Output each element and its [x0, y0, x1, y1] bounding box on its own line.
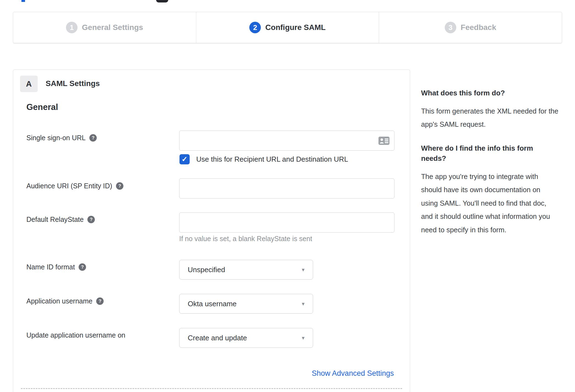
chevron-down-icon: ▾ — [302, 335, 305, 341]
update-username-select[interactable]: Create and update ▾ — [179, 328, 313, 348]
relaystate-input-wrap — [179, 212, 394, 233]
step-configure-saml[interactable]: 2 Configure SAML — [196, 12, 379, 43]
app-username-label: Application username ? — [26, 297, 104, 305]
relaystate-label: Default RelayState ? — [26, 216, 95, 223]
recipient-url-checkbox-row: ✓ Use this for Recipient URL and Destina… — [179, 154, 348, 164]
step-2-circle: 2 — [249, 22, 261, 33]
audience-uri-label: Audience URI (SP Entity ID) ? — [26, 182, 123, 190]
saml-settings-panel: A SAML Settings General Single sign-on U… — [13, 70, 410, 392]
relaystate-input[interactable] — [179, 213, 394, 232]
chevron-down-icon: ▾ — [302, 300, 305, 307]
audience-uri-label-text: Audience URI (SP Entity ID) — [26, 182, 112, 190]
name-id-format-help-icon[interactable]: ? — [79, 263, 86, 271]
help-answer-1: This form generates the XML needed for t… — [421, 104, 559, 131]
audience-uri-input[interactable] — [179, 179, 394, 198]
wizard-stepper: 1 General Settings 2 Configure SAML 3 Fe… — [13, 12, 562, 43]
chevron-down-icon: ▾ — [302, 266, 305, 273]
step-feedback[interactable]: 3 Feedback — [379, 12, 562, 43]
relaystate-label-text: Default RelayState — [26, 216, 84, 223]
update-username-label: Update application username on — [26, 331, 125, 339]
app-username-help-icon[interactable]: ? — [96, 297, 104, 305]
relaystate-hint: If no value is set, a blank RelayState i… — [179, 235, 312, 243]
help-question-1: What does this form do? — [421, 88, 559, 98]
recipient-url-checkbox[interactable]: ✓ — [179, 154, 190, 164]
help-sidebar: What does this form do? This form genera… — [421, 88, 559, 249]
sso-url-help-icon[interactable]: ? — [89, 134, 97, 142]
recipient-url-checkbox-label: Use this for Recipient URL and Destinati… — [196, 155, 348, 164]
name-id-format-label-text: Name ID format — [26, 263, 75, 271]
step-3-label: Feedback — [461, 23, 496, 32]
name-id-format-value: Unspecified — [188, 266, 225, 274]
app-username-select[interactable]: Okta username ▾ — [179, 294, 313, 314]
name-id-format-select[interactable]: Unspecified ▾ — [179, 260, 313, 280]
sso-url-label-text: Single sign-on URL — [26, 134, 85, 142]
sso-url-input-wrap — [179, 131, 394, 151]
section-title: SAML Settings — [46, 79, 100, 88]
app-username-value: Okta username — [188, 300, 237, 308]
cutoff-blue-fragment — [21, 0, 25, 2]
cutoff-logo-fragment — [156, 0, 168, 2]
audience-uri-input-wrap — [179, 178, 394, 198]
relaystate-help-icon[interactable]: ? — [87, 216, 95, 223]
update-username-value: Create and update — [188, 334, 247, 342]
sso-url-input[interactable] — [179, 131, 394, 150]
step-3-circle: 3 — [445, 22, 456, 33]
help-question-2: Where do I find the info this form needs… — [421, 143, 559, 164]
help-answer-2: The app you're trying to integrate with … — [421, 170, 559, 236]
configure-saml-page: 1 General Settings 2 Configure SAML 3 Fe… — [0, 0, 575, 392]
name-id-format-label: Name ID format ? — [26, 263, 86, 271]
contact-card-icon[interactable] — [378, 136, 390, 145]
step-1-circle: 1 — [66, 22, 78, 33]
show-advanced-settings-link[interactable]: Show Advanced Settings — [312, 369, 394, 378]
section-a-badge: A — [20, 76, 38, 92]
step-1-label: General Settings — [82, 23, 143, 32]
update-username-label-text: Update application username on — [26, 331, 125, 339]
step-general-settings[interactable]: 1 General Settings — [13, 12, 196, 43]
audience-uri-help-icon[interactable]: ? — [116, 182, 123, 190]
step-2-label: Configure SAML — [265, 23, 325, 32]
general-group-title: General — [26, 102, 58, 112]
panel-bottom-dashed-divider — [21, 388, 402, 389]
app-username-label-text: Application username — [26, 297, 92, 305]
sso-url-label: Single sign-on URL ? — [26, 134, 97, 142]
